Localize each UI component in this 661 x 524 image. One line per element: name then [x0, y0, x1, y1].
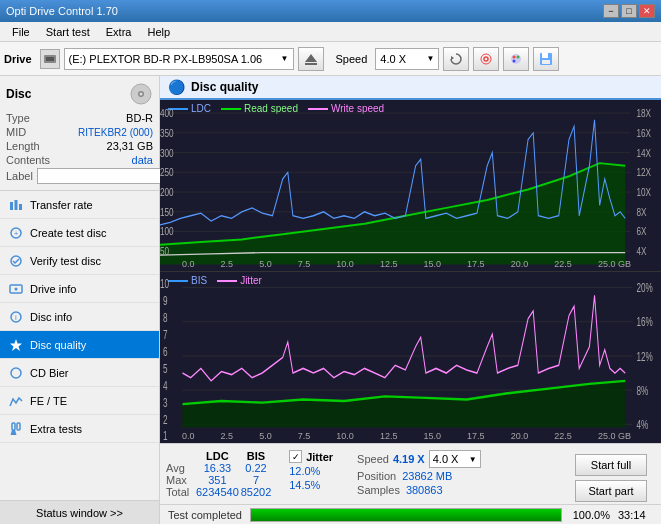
- menu-help[interactable]: Help: [139, 24, 178, 40]
- speed-dropdown-icon: ▼: [426, 54, 434, 63]
- mid-value: RITEKBR2 (000): [78, 127, 153, 138]
- nav-drive-info-label: Drive info: [30, 283, 76, 295]
- fe-te-icon: [8, 393, 24, 409]
- settings-button[interactable]: [473, 47, 499, 71]
- nav-create-test-disc[interactable]: + Create test disc: [0, 219, 159, 247]
- svg-text:3: 3: [163, 395, 168, 409]
- max-bis: 7: [239, 474, 273, 486]
- stats-table: LDC BIS Avg 16.33 0.22 Max 351 7 Total: [166, 450, 273, 498]
- start-part-button[interactable]: Start part: [575, 480, 647, 502]
- jitter-checkbox[interactable]: ✓: [289, 450, 302, 463]
- close-button[interactable]: ✕: [639, 4, 655, 18]
- minimize-button[interactable]: −: [603, 4, 619, 18]
- disc-quality-icon: [8, 337, 24, 353]
- palette-button[interactable]: [503, 47, 529, 71]
- position-label: Position: [357, 470, 396, 482]
- progress-bar: [250, 508, 562, 522]
- charts-area: LDC Read speed Write speed: [160, 100, 661, 443]
- svg-rect-20: [15, 200, 18, 210]
- svg-text:16X: 16X: [636, 127, 651, 139]
- disc-quality-header-icon: 🔵: [168, 79, 185, 95]
- speed-stat-value: 4.19 X: [393, 453, 425, 465]
- disc-quality-header: 🔵 Disc quality: [160, 76, 661, 100]
- menu-start-test[interactable]: Start test: [38, 24, 98, 40]
- speed-position-section: Speed 4.19 X 4.0 X ▼ Position 23862 MB S…: [357, 450, 481, 496]
- svg-marker-41: [160, 163, 625, 264]
- svg-text:150: 150: [160, 206, 174, 218]
- max-row-label: Max: [166, 474, 196, 486]
- nav-transfer-rate[interactable]: Transfer rate: [0, 191, 159, 219]
- avg-jitter: 12.0%: [289, 465, 333, 477]
- svg-rect-12: [542, 53, 548, 58]
- nav-cd-bier[interactable]: CD Bier: [0, 359, 159, 387]
- svg-marker-4: [451, 56, 454, 60]
- drive-name: (E:) PLEXTOR BD-R PX-LB950SA 1.06: [69, 53, 281, 65]
- total-ldc: 6234540: [196, 486, 239, 498]
- nav-fe-te[interactable]: FE / TE: [0, 387, 159, 415]
- extra-tests-icon: [8, 421, 24, 437]
- svg-text:12X: 12X: [636, 166, 651, 178]
- samples-label: Samples: [357, 484, 400, 496]
- nav-extra-tests[interactable]: Extra tests: [0, 415, 159, 443]
- svg-point-5: [484, 57, 488, 61]
- svg-text:4X: 4X: [636, 245, 647, 257]
- drive-info-icon: [8, 281, 24, 297]
- nav-drive-info[interactable]: Drive info: [0, 275, 159, 303]
- progress-time: 33:14: [618, 509, 653, 521]
- progress-bar-fill: [251, 509, 561, 521]
- sidebar: Disc Type BD-R MID RITEKBR2 (000) Length…: [0, 76, 160, 524]
- svg-point-8: [513, 55, 516, 58]
- svg-text:16%: 16%: [636, 315, 652, 329]
- length-label: Length: [6, 140, 40, 152]
- svg-marker-31: [11, 430, 17, 435]
- transfer-rate-icon: [8, 197, 24, 213]
- window-controls: − □ ✕: [603, 4, 655, 18]
- refresh-button[interactable]: [443, 47, 469, 71]
- speed-stat-selector[interactable]: 4.0 X ▼: [429, 450, 481, 468]
- chart1-svg: 18X 16X 14X 12X 10X 8X 6X 4X 400 350 300…: [160, 100, 661, 271]
- start-full-button[interactable]: Start full: [575, 454, 647, 476]
- progress-section: Test completed 100.0% 33:14: [160, 504, 661, 524]
- svg-rect-1: [46, 57, 54, 61]
- chart1: LDC Read speed Write speed: [160, 100, 661, 272]
- save-button[interactable]: [533, 47, 559, 71]
- menu-extra[interactable]: Extra: [98, 24, 140, 40]
- menu-file[interactable]: File: [4, 24, 38, 40]
- svg-text:8%: 8%: [636, 383, 648, 397]
- maximize-button[interactable]: □: [621, 4, 637, 18]
- nav-verify-test-disc[interactable]: Verify test disc: [0, 247, 159, 275]
- nav-section: Transfer rate + Create test disc Verify …: [0, 191, 159, 500]
- create-test-disc-icon: +: [8, 225, 24, 241]
- svg-rect-19: [10, 202, 13, 210]
- cd-bier-icon: [8, 365, 24, 381]
- svg-text:350: 350: [160, 127, 174, 139]
- svg-text:200: 200: [160, 186, 174, 198]
- dropdown-arrow-icon: ▼: [281, 54, 289, 63]
- contents-value: data: [132, 154, 153, 166]
- toolbar: Drive (E:) PLEXTOR BD-R PX-LB950SA 1.06 …: [0, 42, 661, 76]
- avg-row-label: Avg: [166, 462, 196, 474]
- label-label: Label: [6, 170, 33, 182]
- speed-stat-dropdown-icon: ▼: [469, 455, 477, 464]
- nav-disc-quality[interactable]: Disc quality: [0, 331, 159, 359]
- speed-selector[interactable]: 4.0 X ▼: [375, 48, 439, 70]
- label-input[interactable]: [37, 168, 170, 184]
- length-value: 23,31 GB: [107, 140, 153, 152]
- chart2: BIS Jitter: [160, 272, 661, 443]
- nav-disc-info[interactable]: i Disc info: [0, 303, 159, 331]
- svg-text:6X: 6X: [636, 225, 647, 237]
- bis-col-header: BIS: [239, 450, 273, 462]
- avg-ldc: 16.33: [196, 462, 239, 474]
- svg-text:14X: 14X: [636, 147, 651, 159]
- svg-point-10: [513, 59, 516, 62]
- status-window-button[interactable]: Status window >>: [0, 500, 159, 524]
- svg-text:4%: 4%: [636, 417, 648, 431]
- nav-cd-bier-label: CD Bier: [30, 367, 69, 379]
- svg-point-16: [140, 93, 143, 96]
- svg-text:1: 1: [163, 428, 168, 442]
- jitter-section: ✓ Jitter 12.0% 14.5%: [289, 450, 333, 491]
- drive-selector[interactable]: (E:) PLEXTOR BD-R PX-LB950SA 1.06 ▼: [64, 48, 294, 70]
- eject-button[interactable]: [298, 47, 324, 71]
- svg-rect-3: [305, 63, 317, 65]
- svg-text:250: 250: [160, 166, 174, 178]
